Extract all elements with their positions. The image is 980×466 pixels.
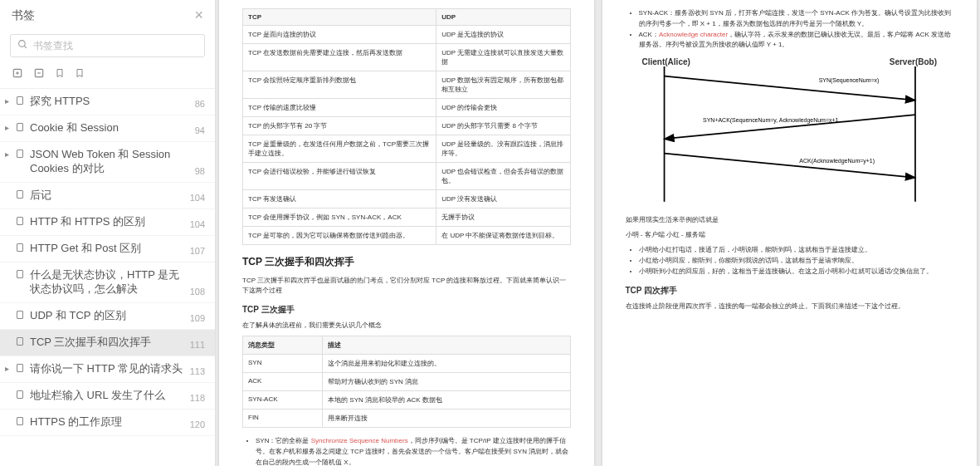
remove-bookmark-icon[interactable] [33, 67, 45, 81]
page-icon [15, 189, 27, 203]
bullet-list: SYN-ACK：服务器收到 SYN 后，打开客户端连接，发送一个 SYN-ACK… [639, 8, 954, 51]
bookmark-item[interactable]: HTTPS 的工作原理120 [0, 410, 215, 436]
table-row: TCP 会进行错误校验，并能够进行错误恢复UDP 也会错误检查，但会丢弃错误的数… [243, 163, 571, 190]
table-row: TCP 是重量级的，在发送任何用户数据之前，TCP需要三次握手建立连接。UDP … [243, 135, 571, 163]
table-cell: UDP 是无连接的协议 [436, 26, 570, 44]
bookmark-item[interactable]: HTTP 和 HTTPS 的区别104 [0, 209, 215, 236]
tcp-udp-table: TCP UDP TCP 是面向连接的协议UDP 是无连接的协议TCP 在发送数据… [242, 8, 571, 245]
bookmark-icon[interactable] [55, 67, 65, 81]
table-cell: 本地的 SYN 消息和较早的 ACK 数据包 [323, 391, 570, 410]
sidebar-title: 书签 [12, 8, 35, 23]
svg-rect-12 [17, 243, 23, 251]
list-item: 小明给小红打电话，接通了后，小明说喂，能听到吗，这就相当于是连接建立。 [639, 245, 954, 256]
chevron-right-icon [5, 336, 15, 337]
table-cell: TCP 是面向连接的协议 [243, 26, 436, 44]
table-row: TCP 传输的速度比较慢UDP 的传输会更快 [243, 99, 571, 117]
svg-rect-16 [17, 364, 23, 371]
bookmark-page-number: 104 [185, 219, 205, 229]
bookmark-list[interactable]: ▸探究 HTTPS86▸Cookie 和 Session94▸JSON Web … [0, 88, 215, 466]
bookmark-label: 探究 HTTPS [30, 95, 190, 109]
svg-rect-9 [17, 150, 23, 158]
add-bookmark-icon[interactable] [12, 67, 23, 81]
bookmark-label: 地址栏输入 URL 发生了什么 [30, 389, 185, 403]
bookmark-label: HTTP Get 和 Post 区别 [30, 242, 185, 256]
content-area: TCP UDP TCP 是面向连接的协议UDP 是无连接的协议TCP 在发送数据… [216, 0, 980, 466]
search-container[interactable] [10, 34, 205, 57]
bookmark-label: 什么是无状态协议，HTTP 是无状态协议吗，怎么解决 [30, 268, 185, 297]
close-icon[interactable]: × [194, 7, 203, 24]
table-cell: TCP 在发送数据前先需要建立连接，然后再发送数据 [243, 44, 436, 71]
paragraph: 在连接终止阶段使用四次挥手，连接的每一端都会独立的终止。下面我们来描述一下这个过… [626, 302, 954, 311]
message-type-table: 消息类型 描述 SYN这个消息是用来初始化和建立连接的。ACK帮助对方确认收到的… [242, 336, 571, 428]
chevron-right-icon [5, 242, 15, 243]
bookmark-item[interactable]: 地址栏输入 URL 发生了什么118 [0, 383, 215, 410]
bookmark-outline-icon[interactable] [75, 67, 85, 81]
table-row: TCP 有发送确认UDP 没有发送确认 [243, 190, 571, 208]
list-item: SYN-ACK：服务器收到 SYN 后，打开客户端连接，发送一个 SYN-ACK… [639, 8, 954, 30]
svg-rect-8 [17, 124, 23, 131]
table-row: FIN用来断开连接 [243, 410, 571, 428]
list-item: ACK：Acknowledge character，确认字符，表示发来的数据已确… [639, 30, 954, 52]
bookmark-label: Cookie 和 Session [30, 121, 190, 135]
paragraph: 在了解具体的流程前，我们需要先认识几个概念 [242, 321, 571, 331]
diagram-msg1: SYN(SequenceNum=x) [818, 77, 879, 84]
chevron-right-icon [5, 309, 15, 311]
svg-rect-13 [17, 270, 23, 277]
svg-rect-18 [17, 417, 23, 424]
svg-rect-14 [17, 311, 23, 318]
table-cell: UDP 数据包没有固定顺序，所有数据包都相互独立 [436, 71, 570, 99]
table-header: UDP [436, 9, 570, 26]
bullet-list: 小明给小红打电话，接通了后，小明说喂，能听到吗，这就相当于是连接建立。小红给小明… [639, 245, 954, 277]
subsection-heading: TCP 三次握手 [242, 304, 571, 316]
table-cell: SYN-ACK [243, 391, 323, 410]
chevron-right-icon[interactable]: ▸ [5, 121, 15, 132]
page-right: SYN-ACK：服务器收到 SYN 后，打开客户端连接，发送一个 SYN-ACK… [602, 0, 978, 466]
bookmark-page-number: 86 [190, 99, 205, 109]
chevron-right-icon [5, 415, 15, 417]
table-row: TCP 在发送数据前先需要建立连接，然后再发送数据UDP 无需建立连接就可以直接… [243, 44, 571, 71]
svg-rect-7 [17, 97, 23, 105]
bookmark-item[interactable]: ▸探究 HTTPS86 [0, 89, 215, 115]
bookmark-item[interactable]: ▸请你说一下 HTTP 常见的请求头113 [0, 356, 215, 383]
bookmarks-sidebar: 书签 × ▸探究 HTTPS86▸Cookie 和 Session94▸JSON… [0, 0, 216, 466]
chevron-right-icon[interactable]: ▸ [5, 148, 15, 159]
table-cell: ACK [243, 373, 323, 391]
chevron-right-icon [5, 189, 15, 190]
search-input[interactable] [33, 40, 197, 52]
bookmark-item[interactable]: UDP 和 TCP 的区别109 [0, 303, 215, 330]
table-cell: TCP 会按照特定顺序重新排列数据包 [243, 71, 436, 99]
page-icon [15, 121, 27, 135]
table-cell: UDP 无需建立连接就可以直接发送大量数据 [436, 44, 570, 71]
bookmark-label: JSON Web Token 和 Session Cookies 的对比 [30, 148, 190, 176]
bookmark-item[interactable]: TCP 三次握手和四次挥手111 [0, 330, 215, 356]
page-icon [15, 242, 27, 256]
chevron-right-icon[interactable]: ▸ [5, 95, 15, 105]
bookmark-label: HTTP 和 HTTPS 的区别 [30, 215, 185, 229]
bookmark-item[interactable]: HTTP Get 和 Post 区别107 [0, 236, 215, 262]
chevron-right-icon[interactable]: ▸ [5, 362, 15, 373]
chevron-right-icon [5, 268, 15, 270]
svg-line-1 [24, 46, 27, 48]
bookmark-item[interactable]: 后记104 [0, 183, 215, 209]
table-row: SYN-ACK本地的 SYN 消息和较早的 ACK 数据包 [243, 391, 571, 410]
table-cell: 在 UDP 中不能保证将数据传送到目标。 [436, 227, 570, 245]
paragraph: 如果用现实生活来举例的话就是 [626, 215, 954, 225]
table-cell: TCP 会使用握手协议，例如 SYN，SYN-ACK，ACK [243, 208, 436, 227]
page-icon [15, 148, 27, 162]
table-cell: UDP 是轻量级的。没有跟踪连接，消息排序等。 [436, 135, 570, 163]
table-cell: SYN [243, 355, 323, 373]
table-row: TCP 的头部字节有 20 字节UDP 的头部字节只需要 8 个字节 [243, 117, 571, 135]
table-row: TCP 会按照特定顺序重新排列数据包UDP 数据包没有固定顺序，所有数据包都相互… [243, 71, 571, 99]
table-cell: 这个消息是用来初始化和建立连接的。 [323, 355, 570, 373]
bookmark-page-number: 108 [185, 287, 205, 297]
table-header: 消息类型 [243, 336, 323, 355]
table-row: SYN这个消息是用来初始化和建立连接的。 [243, 355, 571, 373]
page-left: TCP UDP TCP 是面向连接的协议UDP 是无连接的协议TCP 在发送数据… [219, 0, 594, 466]
table-cell: FIN [243, 410, 323, 428]
table-row: TCP 是面向连接的协议UDP 是无连接的协议 [243, 26, 571, 44]
bookmark-label: 请你说一下 HTTP 常见的请求头 [30, 362, 185, 376]
bookmark-item[interactable]: 什么是无状态协议，HTTP 是无状态协议吗，怎么解决108 [0, 262, 215, 303]
bookmark-item[interactable]: ▸JSON Web Token 和 Session Cookies 的对比98 [0, 142, 215, 183]
table-header: TCP [243, 9, 436, 26]
bookmark-item[interactable]: ▸Cookie 和 Session94 [0, 115, 215, 142]
